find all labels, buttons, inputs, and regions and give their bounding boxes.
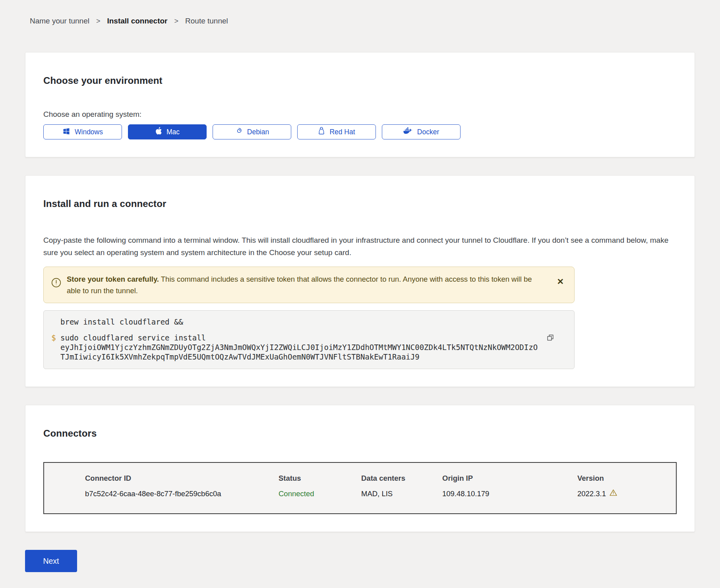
version-value: 2022.3.1 (577, 489, 606, 498)
breadcrumb-step-route-tunnel[interactable]: Route tunnel (185, 17, 228, 25)
next-button[interactable]: Next (25, 550, 77, 572)
connectors-table: Connector ID Status Data centers Origin … (43, 462, 677, 514)
os-button-mac[interactable]: Mac (128, 124, 207, 139)
col-header-version: Version (577, 474, 676, 483)
col-header-status: Status (279, 474, 361, 483)
code-gutter (47, 317, 60, 327)
code-line-sudo: sudo cloudflared service install (60, 333, 538, 342)
os-button-group: Windows Mac Debian Red Hat (43, 124, 677, 139)
code-line-brew: brew install cloudflared && (60, 317, 183, 327)
cell-status: Connected (279, 489, 361, 498)
close-icon[interactable]: ✕ (557, 277, 564, 286)
token-warning-banner: Store your token carefully. This command… (43, 267, 575, 303)
cell-origin-ip: 109.48.10.179 (442, 489, 577, 498)
os-select-label: Choose an operating system: (43, 110, 677, 119)
shell-prompt: $ (47, 333, 60, 362)
connectors-card: Connectors Connector ID Status Data cent… (25, 405, 695, 532)
command-code-block: brew install cloudflared && $ sudo cloud… (43, 310, 575, 369)
os-button-label: Mac (166, 128, 180, 136)
install-description: Copy-paste the following command into a … (43, 234, 677, 259)
card-title-install: Install and run a connector (43, 197, 677, 210)
windows-icon (62, 127, 70, 137)
install-connector-card: Install and run a connector Copy-paste t… (25, 175, 695, 387)
debian-icon (235, 127, 243, 137)
breadcrumb-separator: > (174, 17, 179, 25)
os-button-debian[interactable]: Debian (213, 124, 291, 139)
copy-icon[interactable] (546, 333, 555, 344)
warning-triangle-icon (610, 489, 617, 498)
breadcrumb-separator: > (96, 17, 101, 25)
choose-environment-card: Choose your environment Choose an operat… (25, 52, 695, 157)
alert-circle-icon (51, 277, 62, 291)
cell-connector-id: b7c52c42-6caa-48ee-8c77-fbe259cb6c0a (85, 489, 279, 498)
col-header-connector-id: Connector ID (85, 474, 279, 483)
col-header-data-centers: Data centers (361, 474, 442, 483)
os-button-docker[interactable]: Docker (382, 124, 461, 139)
col-header-origin-ip: Origin IP (442, 474, 577, 483)
os-button-windows[interactable]: Windows (43, 124, 122, 139)
breadcrumb: Name your tunnel > Install connector > R… (25, 17, 695, 25)
os-button-label: Debian (247, 128, 269, 136)
card-title-environment: Choose your environment (43, 74, 677, 87)
tunnel-token: eyJhIjoiOWM1YjczYzhmZGNmZDUyOTg2ZjA3NmJm… (60, 342, 538, 362)
apple-icon (155, 127, 162, 137)
tux-icon (318, 127, 325, 137)
docker-icon (403, 127, 413, 137)
cell-data-centers: MAD, LIS (361, 489, 442, 498)
os-button-label: Windows (75, 128, 103, 136)
breadcrumb-step-name-tunnel[interactable]: Name your tunnel (30, 17, 89, 25)
table-row: b7c52c42-6caa-48ee-8c77-fbe259cb6c0a Con… (85, 489, 676, 498)
os-button-label: Red Hat (329, 128, 355, 136)
table-header-row: Connector ID Status Data centers Origin … (85, 474, 676, 483)
os-button-label: Docker (417, 128, 439, 136)
breadcrumb-step-install-connector[interactable]: Install connector (107, 17, 167, 25)
os-button-redhat[interactable]: Red Hat (297, 124, 376, 139)
warning-bold-text: Store your token carefully. (67, 275, 159, 283)
card-title-connectors: Connectors (43, 427, 677, 440)
page: Name your tunnel > Install connector > R… (0, 0, 720, 582)
cell-version: 2022.3.1 (577, 489, 676, 498)
